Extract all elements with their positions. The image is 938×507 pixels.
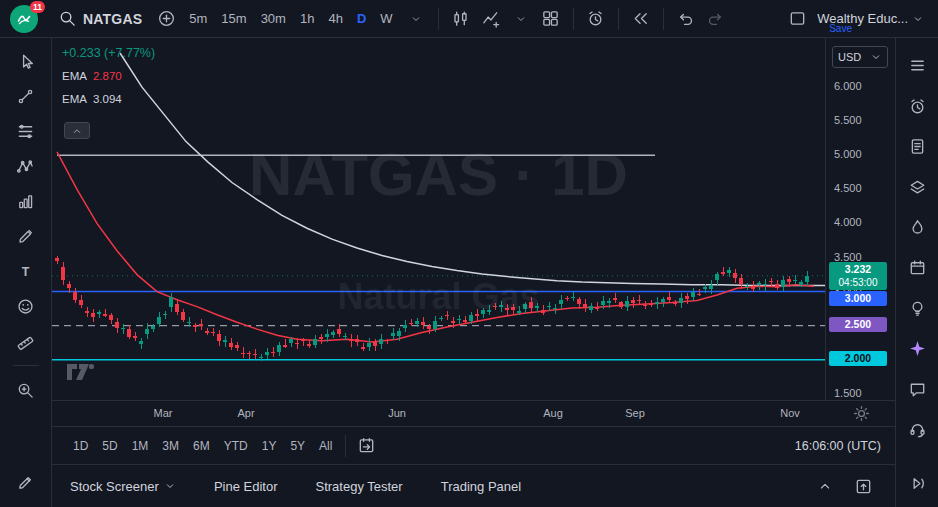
- timeframe-w[interactable]: W: [373, 7, 399, 31]
- toolbar-divider: [13, 365, 39, 366]
- tab-strategy-tester[interactable]: Strategy Tester: [315, 479, 402, 494]
- indicator-legend-row[interactable]: EMA3.094: [62, 92, 155, 106]
- timeframe-15m[interactable]: 15m: [214, 7, 253, 31]
- range-3m[interactable]: 3M: [155, 434, 186, 458]
- range-5d[interactable]: 5D: [95, 434, 124, 458]
- ideas-panel-button[interactable]: [902, 295, 932, 322]
- range-1d[interactable]: 1D: [66, 434, 95, 458]
- forecast-tool-button[interactable]: [9, 186, 43, 216]
- price-tick: 4.500: [834, 182, 862, 194]
- headset-icon: [908, 420, 927, 439]
- trendline-icon: [16, 87, 35, 106]
- chart-settings-gear-icon[interactable]: [852, 404, 871, 423]
- legend-collapse-button[interactable]: [64, 122, 90, 139]
- bulb-icon: [908, 299, 927, 318]
- range-1m[interactable]: 1M: [125, 434, 156, 458]
- news-icon: [908, 137, 927, 156]
- toolbar-divider: [438, 8, 439, 30]
- compare-add-symbol-button[interactable]: [152, 5, 180, 33]
- calendar-panel-button[interactable]: [902, 254, 932, 281]
- chart-canvas[interactable]: [52, 38, 825, 400]
- timeframe-5m[interactable]: 5m: [182, 7, 214, 31]
- range-5y[interactable]: 5Y: [283, 434, 312, 458]
- measure-tool-button[interactable]: [9, 326, 43, 356]
- undo-button[interactable]: [672, 5, 700, 33]
- text-tool-button[interactable]: T: [9, 256, 43, 286]
- timeframe-1h[interactable]: 1h: [293, 7, 321, 31]
- save-link[interactable]: Save: [829, 23, 852, 34]
- news-panel-button[interactable]: [902, 133, 932, 160]
- indicator-templates-button[interactable]: [507, 5, 535, 33]
- trend-line-tool-button[interactable]: [9, 81, 43, 111]
- chevron-down-icon: [410, 13, 422, 25]
- ai-assistant-panel-button[interactable]: [902, 335, 932, 362]
- range-all[interactable]: All: [312, 434, 339, 458]
- watchlist-panel-button[interactable]: [902, 52, 932, 79]
- indicator-value: 2.870: [93, 70, 122, 82]
- svg-text:T: T: [22, 264, 30, 278]
- edit-drawings-tool-button[interactable]: [9, 467, 43, 497]
- zoom-tool-button[interactable]: [9, 375, 43, 405]
- cursor-icon: [16, 52, 35, 71]
- tab-label: Pine Editor: [214, 479, 278, 494]
- tradingview-app: 11 NATGAS 5m15m30m1h4hDW: [0, 0, 938, 507]
- drawing-toolbar: T: [0, 38, 52, 507]
- brush-tool-button[interactable]: [9, 221, 43, 251]
- timeframe-d[interactable]: D: [350, 7, 373, 31]
- range-6m[interactable]: 6M: [186, 434, 217, 458]
- price-axis[interactable]: USD 6.0005.5005.0004.5004.0003.5003.0002…: [825, 38, 895, 400]
- currency-label: USD: [838, 51, 861, 63]
- bottom-panel: Stock ScreenerPine EditorStrategy Tester…: [52, 464, 895, 507]
- expand-panel-button[interactable]: [811, 472, 839, 500]
- restore-panel-button[interactable]: [849, 472, 877, 500]
- tab-stock-screener[interactable]: Stock Screener: [70, 479, 176, 494]
- chart-style-button[interactable]: [447, 5, 475, 33]
- indicator-legend-row[interactable]: EMA2.870: [62, 69, 155, 83]
- indicators-button[interactable]: [477, 5, 505, 33]
- tradingview-logo[interactable]: [66, 362, 96, 382]
- bar-replay-button[interactable]: [627, 5, 655, 33]
- user-menu-button[interactable]: 11: [10, 5, 40, 33]
- chevron-up-icon: [71, 125, 83, 137]
- chat-panel-button[interactable]: [902, 376, 932, 403]
- undo-icon: [676, 9, 695, 28]
- brush-icon: [16, 227, 35, 246]
- object-tree-panel-button[interactable]: [902, 173, 932, 200]
- alerts-panel-button[interactable]: [902, 92, 932, 119]
- tab-trading-panel[interactable]: Trading Panel: [441, 479, 521, 494]
- goto-date-icon: [357, 436, 376, 455]
- fib-retracement-tool-button[interactable]: [9, 116, 43, 146]
- redo-button[interactable]: [702, 5, 730, 33]
- create-alert-button[interactable]: [582, 5, 610, 33]
- time-axis[interactable]: MarAprJunAugSepNov: [52, 400, 895, 426]
- layers-icon: [908, 178, 927, 197]
- timeframe-expand-button[interactable]: [402, 5, 430, 33]
- hotlists-panel-button[interactable]: [902, 214, 932, 241]
- tab-label: Strategy Tester: [315, 479, 402, 494]
- flame-icon: [908, 218, 927, 237]
- emoji-tool-button[interactable]: [9, 291, 43, 321]
- open-panel-button[interactable]: [902, 470, 932, 497]
- currency-selector[interactable]: USD: [832, 46, 888, 68]
- grid-layout-icon: [541, 9, 560, 28]
- support-panel-button[interactable]: [902, 416, 932, 443]
- calendar-icon: [908, 258, 927, 277]
- timeframe-30m[interactable]: 30m: [254, 7, 293, 31]
- toolbar-divider: [573, 8, 574, 30]
- cursor-tool-button[interactable]: [9, 46, 43, 76]
- goto-date-button[interactable]: [352, 432, 380, 460]
- price-tick: 5.500: [834, 114, 862, 126]
- price-tick: 6.000: [834, 80, 862, 92]
- plus-circle-icon: [157, 9, 176, 28]
- zoom-icon: [16, 381, 35, 400]
- xabcd-pattern-tool-button[interactable]: [9, 151, 43, 181]
- save-layout-button[interactable]: [783, 5, 811, 33]
- multichart-layout-button[interactable]: [537, 5, 565, 33]
- range-1y[interactable]: 1Y: [255, 434, 284, 458]
- time-axis-label: Sep: [625, 407, 645, 419]
- symbol-search-button[interactable]: NATGAS: [50, 5, 150, 32]
- timezone-clock[interactable]: 16:06:00 (UTC): [795, 439, 881, 453]
- tab-pine-editor[interactable]: Pine Editor: [214, 479, 278, 494]
- range-ytd[interactable]: YTD: [217, 434, 255, 458]
- timeframe-4h[interactable]: 4h: [321, 7, 349, 31]
